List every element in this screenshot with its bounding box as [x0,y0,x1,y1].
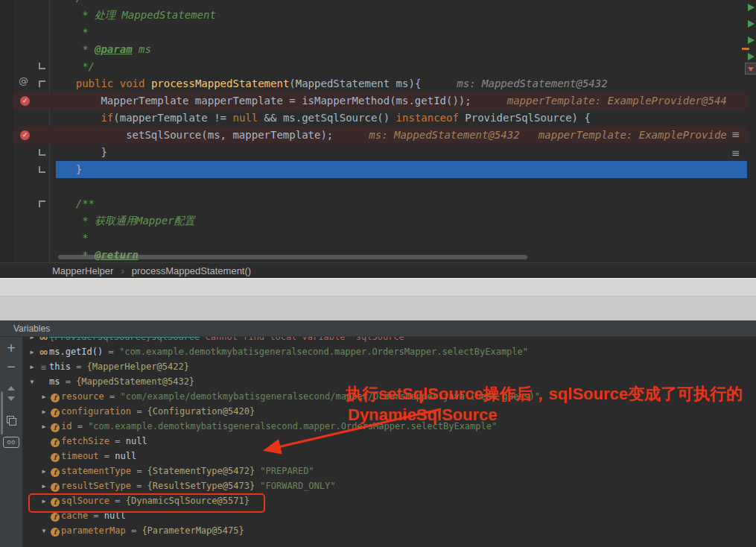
code-editor[interactable]: /** * 处理 MappedStatement * * @param ms *… [0,0,756,262]
field-icon: f [49,390,61,405]
inline-debug-hint: ms: MappedStatement@5432 [457,78,607,89]
ide-window: /** * 处理 MappedStatement * * @param ms *… [0,0,756,547]
variable-row-resource[interactable]: ▶fresource = "com/example/demotkmybatisg… [22,389,756,404]
variable-row-id[interactable]: ▶fid = "com.example.demotkmybatisgeneral… [22,419,756,434]
variables-title: Variables [13,323,50,334]
panel-splitter-area[interactable] [0,278,756,297]
code-token: MapperTemplate mapperTemplate = isMapper… [51,95,471,107]
arrow-placeholder [39,434,49,449]
variable-row-sqlSource[interactable]: ▶fsqlSource = {DynamicSqlSource@5571} [22,493,756,508]
breakpoint-verified-icon[interactable]: ✓ [20,130,30,140]
scroll-up-button[interactable] [7,386,15,391]
variable-row-timeout[interactable]: ftimeout = null [22,449,756,464]
breakpoint-verified-icon[interactable]: ✓ [20,96,30,106]
expand-right-icon[interactable]: ▶ [27,337,37,344]
variable-value: {StatementType@5472} [147,466,255,476]
fold-end-icon[interactable] [39,149,45,156]
add-watch-button[interactable]: + [7,343,16,354]
expand-right-icon[interactable]: ▶ [39,464,49,479]
field-icon: f [49,405,61,420]
expand-right-icon[interactable]: ▶ [39,479,49,494]
code-line-9[interactable]: } [13,144,747,161]
scroll-down-button[interactable] [7,396,15,401]
code-token: } [51,146,107,158]
code-line-10[interactable]: } [13,161,747,178]
code-line-2[interactable]: * [13,24,747,41]
code-line-0[interactable]: /** [13,0,747,7]
watch-icon: oo [37,345,49,360]
fold-end-icon[interactable] [39,166,45,173]
horizontal-scrollbar-thumb[interactable] [58,255,527,259]
variable-row-fetchSize[interactable]: ffetchSize = null [22,434,756,449]
code-token: instanceof [396,112,459,124]
code-token: * [51,232,89,244]
code-token: * [51,43,95,55]
code-token: * [51,26,89,38]
code-line-12[interactable]: /** [13,195,747,212]
code-token: /** [51,197,95,209]
code-line-13[interactable]: * 获取通用Mapper配置 [13,212,747,230]
duplicate-button[interactable] [7,416,16,425]
field-icon: f [49,434,61,449]
code-line-3[interactable]: * @param ms [13,41,747,58]
run-marker-icon[interactable] [748,53,755,60]
variable-row-statementType[interactable]: ▶fstatementType = {StatementType@5472} "… [22,464,756,478]
variable-row-cache[interactable]: fcache = null [22,508,756,523]
variable-row-{ProviderSqlSource}sqlSource[interactable]: ▶oo{ProviderSqlSource}sqlSource Cannot f… [22,337,756,344]
code-line-14[interactable]: * [13,230,747,247]
inline-menu-icon[interactable]: ≡ [731,129,740,139]
remove-watch-button[interactable]: − [7,361,16,373]
code-token [51,112,101,124]
code-line-4[interactable]: */ [13,58,747,75]
expand-right-icon[interactable]: ▶ [39,390,49,405]
run-marker-icon[interactable] [748,4,755,11]
field-icon: f [49,420,61,434]
code-line-7[interactable]: if(mapperTemplate != null && ms.getSqlSo… [13,110,747,127]
jump-to-bottom-icon[interactable] [745,63,756,75]
expand-right-icon[interactable]: ▶ [39,420,49,434]
stripe-warning-mark[interactable] [742,48,749,50]
code-token: */ [51,60,95,72]
toolbar-scrollbar-thumb[interactable] [1,391,3,434]
run-marker-icon[interactable] [748,20,755,28]
expand-down-icon[interactable]: ▼ [27,375,37,390]
variable-value: = [72,421,88,431]
bookmark-at-icon[interactable]: @ [19,75,28,86]
expand-right-icon[interactable]: ▶ [27,360,37,375]
fold-end-icon[interactable] [39,63,45,69]
breadcrumb-item-method[interactable]: processMappedStatement() [132,265,251,276]
variable-value: null [104,510,126,521]
code-line-6[interactable]: MapperTemplate mapperTemplate = isMapper… [13,92,747,110]
expand-right-icon[interactable]: ▶ [39,494,49,509]
code-line-11[interactable] [13,178,747,195]
variables-tree[interactable]: ▶oo{ProviderSqlSource}sqlSource Cannot f… [22,337,756,547]
code-token: } [51,163,82,175]
expand-right-icon[interactable]: ▶ [39,405,49,420]
variable-row-configuration[interactable]: ▶fconfiguration = {Configuration@5420} [22,404,756,419]
variable-name: configuration [61,406,131,417]
variable-row-parameterMap[interactable]: ▼fparameterMap = {ParameterMap@5475} [22,523,756,538]
code-line-8[interactable]: setSqlSource(ms, mapperTemplate);ms: Map… [13,127,747,144]
variables-panel-header[interactable]: Variables [0,320,756,337]
code-line-1[interactable]: * 处理 MappedStatement [13,7,747,24]
code-token: @param [95,43,133,55]
code-line-5[interactable]: public void processMappedStatement(Mappe… [13,75,747,92]
fold-start-icon[interactable] [39,200,45,207]
variable-value: "com.example.demotkmybatisgeneralsecond.… [119,347,528,357]
code-token: * 获取通用Mapper配置 [51,215,195,227]
expand-right-icon[interactable]: ▶ [27,345,37,360]
expand-down-icon[interactable]: ▼ [39,524,49,539]
variable-row-this[interactable]: ▶≡this = {MapperHelper@5422} [22,359,756,374]
variable-value: Cannot find local variable 'sqlSource' [200,337,410,342]
variable-row-resultSetType[interactable]: ▶fresultSetType = {ResultSetType@5473} "… [22,478,756,493]
fold-start-icon[interactable] [39,80,45,87]
breadcrumb-item-class[interactable]: MapperHelper [52,265,113,276]
show-watches-toggle[interactable]: oo [3,437,19,448]
variable-row-ms.getId()[interactable]: ▶ooms.getId() = "com.example.demotkmybat… [22,344,756,359]
collapsed-panel-strip [0,296,756,321]
variable-row-ms[interactable]: ▼ms = {MappedStatement@5432} [22,374,756,389]
variable-value: = [131,466,147,476]
inline-menu-icon[interactable]: ≡ [731,148,740,158]
run-marker-icon[interactable] [748,37,755,44]
code-token: null [232,112,258,124]
